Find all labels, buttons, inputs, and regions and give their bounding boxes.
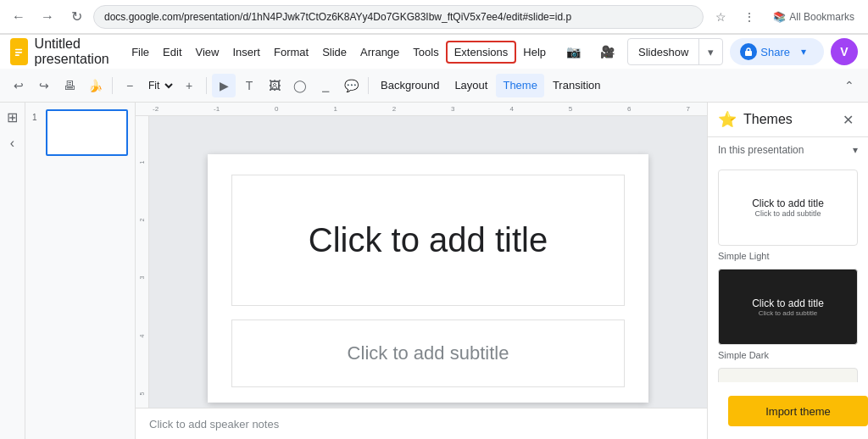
share-button[interactable]: Share ▾ <box>730 38 824 65</box>
slide-number: 1 <box>32 109 42 122</box>
menu-tools[interactable]: Tools <box>406 42 445 62</box>
main-content: ⊞ ‹ 1 -2 -1 0 1 2 3 4 5 6 7 <box>0 103 868 439</box>
avatar[interactable]: V <box>831 38 858 65</box>
slideshow-label: Slideshow <box>628 46 698 58</box>
doc-info: Untitled presentation <box>35 36 115 67</box>
theme-simple-dark-preview: Click to add title Click to add subtitle <box>718 269 858 345</box>
ruler-left-mark: 1 <box>139 160 145 164</box>
cursor-button[interactable]: ▶ <box>212 74 236 97</box>
import-theme-button[interactable]: Import theme <box>728 396 868 426</box>
themes-star-icon: ⭐ <box>718 110 737 129</box>
theme-item-streamline[interactable]: Click to add title Streamline <box>718 368 858 382</box>
redo-button[interactable]: ↪ <box>32 74 56 97</box>
title-right: 📷 🎥 Slideshow ▾ Share ▾ V <box>559 38 858 65</box>
transition-button[interactable]: Transition <box>546 74 608 97</box>
paint-format-button[interactable]: 🍌 <box>83 74 107 97</box>
zoom-select[interactable]: Fit <box>143 74 175 97</box>
share-dropdown-icon[interactable]: ▾ <box>793 46 814 58</box>
reload-button[interactable]: ↻ <box>64 5 88 29</box>
forward-button[interactable]: → <box>36 5 59 29</box>
simple-light-subtitle: Click to add subtitle <box>754 209 821 218</box>
menu-format[interactable]: Format <box>267 42 315 62</box>
theme-item-simple-dark[interactable]: Click to add title Click to add subtitle… <box>718 269 858 361</box>
ruler-mark: -2 <box>153 105 159 113</box>
ruler-mark: 6 <box>627 105 631 113</box>
shape-button[interactable]: ◯ <box>288 74 312 97</box>
menu-insert[interactable]: Insert <box>225 42 267 62</box>
divider-2 <box>206 77 207 94</box>
theme-streamline-preview: Click to add title <box>718 368 858 382</box>
ruler-top: -2 -1 0 1 2 3 4 5 6 7 <box>136 103 707 116</box>
bookmark-star-button[interactable]: ☆ <box>709 5 732 29</box>
grid-view-button[interactable]: ⊞ <box>7 109 18 125</box>
collapse-panel-button[interactable]: ‹ <box>10 136 14 151</box>
browser-menu-button[interactable]: ⋮ <box>737 5 761 29</box>
slide-thumbnail[interactable] <box>46 109 128 156</box>
slideshow-button[interactable]: Slideshow ▾ <box>627 38 723 65</box>
transition-label: Transition <box>553 79 601 92</box>
text-button[interactable]: T <box>237 74 261 97</box>
menu-slide[interactable]: Slide <box>315 42 353 62</box>
themes-panel: ⭐ Themes ✕ In this presentation ▾ Click … <box>707 103 868 439</box>
slides-panel: 1 <box>25 103 136 439</box>
simple-light-title: Click to add title <box>752 197 824 209</box>
cam-button[interactable]: 🎥 <box>593 38 620 65</box>
simple-light-label: Simple Light <box>718 251 770 261</box>
image-button[interactable]: 🖼 <box>263 74 287 97</box>
bookmarks-label[interactable]: 📚 All Bookmarks <box>766 11 861 23</box>
background-button[interactable]: Background <box>374 74 446 97</box>
menu-edit[interactable]: Edit <box>156 42 188 62</box>
cast-button[interactable]: 📷 <box>559 38 587 65</box>
browser-chrome: ← → ↻ docs.google.com/presentation/d/1hN… <box>0 0 868 35</box>
theme-button[interactable]: Theme <box>496 74 543 97</box>
comment-button[interactable]: 💬 <box>339 74 363 97</box>
ruler-marks: -2 -1 0 1 2 3 4 5 6 7 <box>136 105 707 113</box>
menu-arrange[interactable]: Arrange <box>353 42 406 62</box>
svg-rect-4 <box>745 51 752 56</box>
collapse-toolbar-button[interactable]: ⌃ <box>837 74 861 97</box>
slide-subtitle-box[interactable]: Click to add subtitle <box>231 320 625 387</box>
menu-file[interactable]: File <box>125 42 156 62</box>
share-label: Share <box>760 46 790 58</box>
back-button[interactable]: ← <box>7 5 31 29</box>
ruler-mark: 0 <box>275 105 278 113</box>
slide-title-text: Click to add title <box>309 221 548 259</box>
divider-1 <box>112 77 113 94</box>
slideshow-dropdown[interactable]: ▾ <box>698 39 722 64</box>
zoom-out-button[interactable]: − <box>118 74 142 97</box>
menu-help[interactable]: Help <box>516 42 553 62</box>
menu-extensions[interactable]: Extensions <box>446 41 517 64</box>
menu-bar: File Edit View Insert Format Slide Arran… <box>125 41 553 64</box>
themes-footer: Import theme <box>708 382 868 439</box>
layout-button[interactable]: Layout <box>448 74 494 97</box>
ruler-left-mark: 2 <box>139 219 145 222</box>
address-bar[interactable]: docs.google.com/presentation/d/1hN4PJwk7… <box>93 5 704 29</box>
slide-title-box[interactable]: Click to add title <box>231 175 625 306</box>
app-titlebar: Untitled presentation File Edit View Ins… <box>0 35 868 69</box>
ruler-left: 1 2 3 4 5 <box>136 116 149 439</box>
ruler-left-mark: 3 <box>139 276 145 280</box>
ruler-mark: 2 <box>392 105 396 113</box>
import-theme-label: Import theme <box>765 405 831 418</box>
toolbar: ↩ ↪ 🖶 🍌 − Fit + ▶ T 🖼 ◯ ⎯ 💬 Background L… <box>0 69 868 103</box>
theme-item-simple-light[interactable]: Click to add title Click to add subtitle… <box>718 169 858 262</box>
background-label: Background <box>381 79 439 92</box>
ruler-left-mark: 5 <box>139 392 145 396</box>
zoom-in-button[interactable]: + <box>177 74 201 97</box>
canvas-area: -2 -1 0 1 2 3 4 5 6 7 1 2 3 4 5 <box>136 103 707 439</box>
ruler-mark: 7 <box>686 105 689 113</box>
doc-title[interactable]: Untitled presentation <box>35 36 115 67</box>
divider-3 <box>368 77 369 94</box>
line-button[interactable]: ⎯ <box>314 74 337 97</box>
speaker-notes[interactable]: Click to add speaker notes <box>136 408 707 439</box>
themes-section: In this presentation ▾ <box>708 137 868 169</box>
app-icon <box>10 38 28 65</box>
themes-title-text: Themes <box>743 112 793 127</box>
undo-button[interactable]: ↩ <box>7 74 31 97</box>
slide-canvas[interactable]: Click to add title Click to add subtitle <box>208 154 648 403</box>
menu-view[interactable]: View <box>189 42 226 62</box>
themes-section-header[interactable]: In this presentation ▾ <box>718 144 858 156</box>
print-button[interactable]: 🖶 <box>58 74 81 97</box>
themes-section-label: In this presentation <box>718 144 804 156</box>
themes-close-button[interactable]: ✕ <box>837 109 858 130</box>
